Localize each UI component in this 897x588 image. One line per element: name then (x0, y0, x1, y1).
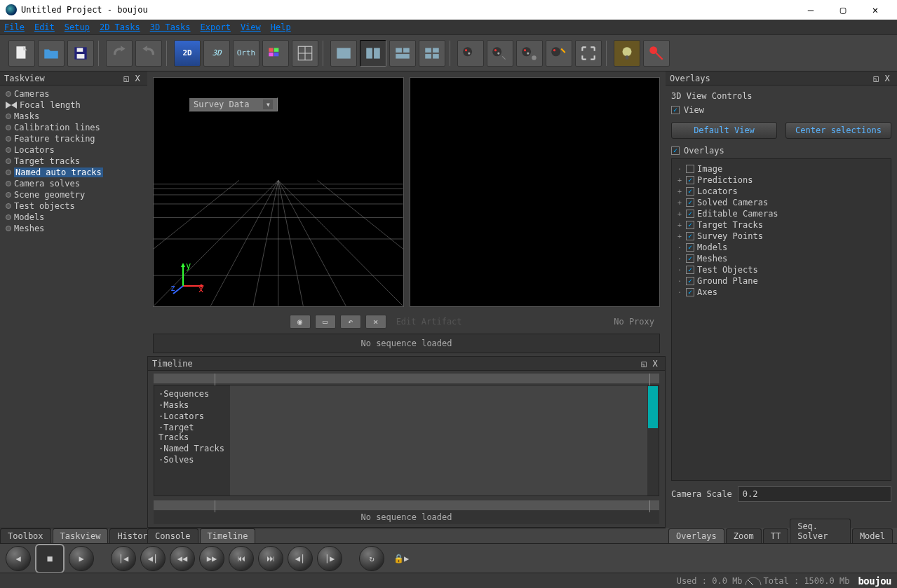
right-tab-overlays[interactable]: Overlays (668, 528, 724, 543)
overlay-checkbox[interactable]: ✓ (686, 198, 694, 207)
track2-button[interactable] (487, 40, 513, 67)
timeline-label-locators[interactable]: ·Locators (159, 411, 226, 422)
minimize-button[interactable]: — (795, 0, 827, 20)
timeline-ruler[interactable] (154, 374, 659, 383)
overlay-item-test-objects[interactable]: ·✓Test Objects (676, 264, 886, 275)
overlay-item-predictions[interactable]: +✓Predictions (676, 175, 886, 186)
expand-icon[interactable]: + (676, 188, 683, 196)
task-item-focal-length[interactable]: Focal length (0, 100, 147, 111)
overlay-checkbox[interactable]: ✓ (686, 210, 694, 218)
left-tab-toolbox[interactable]: Toolbox (0, 528, 51, 543)
track1-button[interactable] (457, 40, 484, 67)
skip-back-button[interactable]: ◀◀ (170, 546, 195, 571)
right-tab-tt[interactable]: TT (763, 528, 788, 543)
maximize-button[interactable]: ▢ (827, 0, 859, 20)
track4-button[interactable] (546, 40, 572, 67)
expand-icon[interactable]: + (676, 177, 683, 184)
layout3-button[interactable] (389, 40, 416, 67)
overlay-item-solved-cameras[interactable]: +✓Solved Cameras (676, 197, 886, 208)
timeline-close-icon[interactable]: X (649, 359, 661, 369)
expand-icon[interactable]: + (676, 221, 683, 229)
redo-button[interactable] (135, 40, 162, 67)
expand-icon[interactable]: + (676, 199, 683, 207)
overlay-checkbox[interactable]: ✓ (686, 232, 694, 240)
overlay-checkbox[interactable]: ✓ (686, 277, 694, 285)
menu-edit[interactable]: Edit (34, 22, 55, 32)
close-button[interactable]: ✕ (859, 0, 891, 20)
center-selections-button[interactable]: Center selections (785, 122, 891, 139)
overlay-checkbox[interactable] (686, 165, 694, 173)
overlay-item-locators[interactable]: +✓Locators (676, 186, 886, 197)
right-tab-zoom[interactable]: Zoom (726, 528, 762, 543)
overlay-checkbox[interactable]: ✓ (686, 176, 694, 184)
overlay-item-survey-points[interactable]: +✓Survey Points (676, 231, 886, 242)
taskview-dock-icon[interactable]: ◱ (121, 74, 132, 83)
menu-export[interactable]: Export (201, 22, 231, 32)
task-item-masks[interactable]: Masks (0, 111, 147, 122)
open-file-button[interactable] (38, 40, 65, 67)
layout2-button[interactable] (360, 40, 386, 67)
view-checkbox[interactable]: ✓ (671, 106, 680, 114)
vp-tool2-button[interactable]: ▭ (315, 315, 336, 329)
timeline-scrollbar[interactable] (647, 385, 659, 495)
overlay-item-axes[interactable]: ·✓Axes (676, 287, 886, 298)
stop-button[interactable]: ■ (35, 544, 65, 573)
task-item-cameras[interactable]: Cameras (0, 88, 147, 100)
overlay-checkbox[interactable]: ✓ (686, 187, 694, 196)
bottom-tab-console[interactable]: Console (147, 528, 198, 543)
timeline-ruler-bottom[interactable] (154, 500, 659, 510)
overlay-item-meshes[interactable]: ·✓Meshes (676, 253, 886, 264)
vp-tool4-button[interactable]: ✕ (365, 315, 386, 329)
menu-setup[interactable]: Setup (65, 22, 90, 32)
overlays-close-icon[interactable]: X (882, 74, 893, 83)
overlay-item-editable-cameras[interactable]: +✓Editable Cameras (676, 208, 886, 219)
forward-button[interactable]: |▶ (317, 546, 342, 571)
overlay-checkbox[interactable]: ✓ (686, 221, 694, 229)
task-item-feature-tracking[interactable]: Feature tracking (0, 133, 147, 144)
timeline-label-solves[interactable]: ·Solves (159, 454, 226, 465)
menu-3d-tasks[interactable]: 3D Tasks (150, 22, 191, 32)
menu-view[interactable]: View (241, 22, 261, 32)
layout1-button[interactable] (330, 40, 357, 67)
overlay-checkbox[interactable]: ✓ (686, 243, 694, 252)
rewind-button[interactable]: ◀| (288, 546, 313, 571)
play-button[interactable]: ▶ (69, 546, 94, 571)
3d-view-button[interactable]: 3D (203, 40, 230, 67)
menu-2d-tasks[interactable]: 2D Tasks (100, 22, 140, 32)
prev-frame-button[interactable]: ◀ (6, 546, 31, 571)
highlight-button[interactable] (614, 40, 640, 67)
overlay-checkbox[interactable]: ✓ (686, 266, 694, 274)
fast-fwd-button[interactable]: ⏭ (258, 546, 283, 571)
overlay-item-image[interactable]: ·Image (676, 163, 886, 175)
new-file-button[interactable] (8, 40, 35, 67)
task-item-models[interactable]: Models (0, 212, 147, 223)
taskview-close-icon[interactable]: X (132, 74, 143, 83)
task-item-target-tracks[interactable]: Target tracks (0, 156, 147, 167)
viewport-3d[interactable]: Survey Data ▾ (153, 77, 404, 307)
expand-icon[interactable]: + (676, 210, 683, 218)
task-item-named-auto-tracks[interactable]: Named auto tracks (0, 167, 147, 178)
overlay-item-target-tracks[interactable]: +✓Target Tracks (676, 219, 886, 231)
bottom-tab-timeline[interactable]: Timeline (200, 528, 256, 543)
viewport-2d[interactable] (410, 77, 661, 307)
task-item-calibration-lines[interactable]: Calibration lines (0, 122, 147, 133)
timeline-label-named-tracks[interactable]: ·Named Tracks (159, 443, 226, 454)
overlays-checkbox[interactable]: ✓ (671, 146, 680, 155)
overlays-dock-icon[interactable]: ◱ (870, 74, 882, 83)
expand-button[interactable] (575, 40, 602, 67)
lock-button[interactable]: 🔒▶ (389, 546, 414, 571)
goto-start-button[interactable]: |◀ (111, 546, 136, 571)
right-tab-seq-solver[interactable]: Seq. Solver (790, 519, 851, 543)
overlay-item-ground-plane[interactable]: ·✓Ground Plane (676, 275, 886, 287)
undo-button[interactable] (106, 40, 133, 67)
color-grid-button[interactable] (262, 40, 289, 67)
timeline-tracks[interactable] (230, 385, 647, 495)
layout4-button[interactable] (419, 40, 445, 67)
menu-file[interactable]: File (4, 22, 25, 32)
ortho-view-button[interactable]: Orth (233, 40, 259, 67)
survey-data-dropdown[interactable]: Survey Data ▾ (189, 97, 278, 111)
camera-scale-input[interactable] (738, 486, 891, 502)
expand-icon[interactable]: + (676, 233, 683, 240)
save-file-button[interactable] (67, 40, 94, 67)
task-item-camera-solves[interactable]: Camera solves (0, 178, 147, 189)
